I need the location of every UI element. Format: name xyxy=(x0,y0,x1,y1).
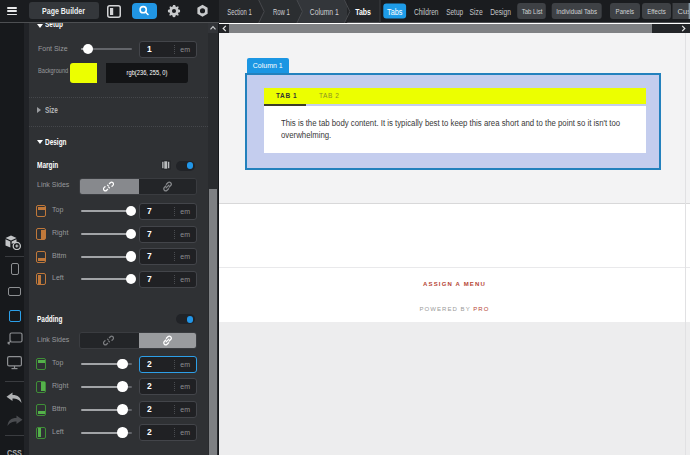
svg-text:Individual Tabs: Individual Tabs xyxy=(556,7,597,16)
svg-text:Tabs: Tabs xyxy=(355,7,371,17)
svg-text:Setup: Setup xyxy=(446,7,463,17)
svg-text:Size: Size xyxy=(470,7,483,17)
svg-text:Children: Children xyxy=(414,7,439,17)
svg-text:Section 1: Section 1 xyxy=(227,7,252,17)
svg-text:Effects: Effects xyxy=(647,7,666,16)
svg-text:Tab List: Tab List xyxy=(522,7,544,16)
svg-text:Tabs: Tabs xyxy=(387,7,403,17)
svg-text:Row 1: Row 1 xyxy=(273,7,290,17)
svg-text:Column 1: Column 1 xyxy=(310,7,339,17)
svg-text:Panels: Panels xyxy=(616,7,635,16)
svg-text:Custom: Custom xyxy=(678,7,690,16)
svg-text:Design: Design xyxy=(490,7,511,17)
